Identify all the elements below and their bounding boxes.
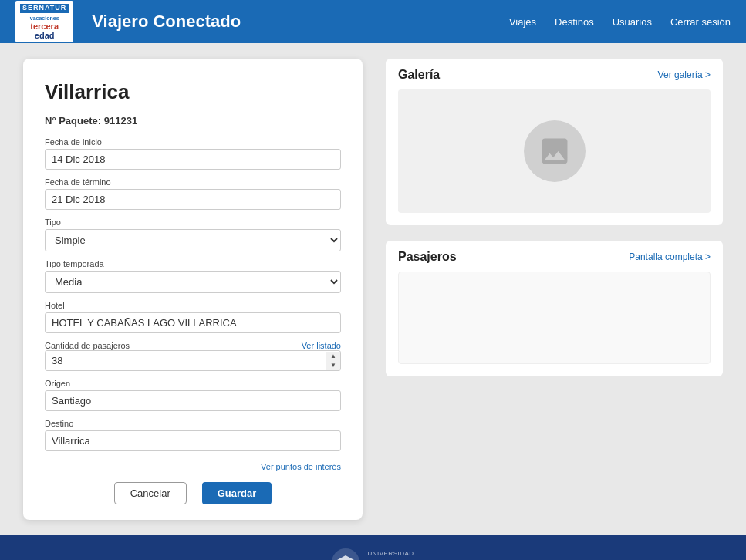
fecha-inicio-group: Fecha de inicio xyxy=(45,137,341,170)
fecha-termino-label: Fecha de término xyxy=(45,177,341,187)
edad-label: edad xyxy=(35,31,55,40)
ver-puntos-link[interactable]: Ver puntos de interés xyxy=(261,462,341,471)
footer-text: UNIVERSIDAD DE SANTIAGO DE CHILE xyxy=(367,549,414,560)
origen-group: Origen xyxy=(45,379,341,411)
gallery-header: Galería Ver galería > xyxy=(386,59,723,89)
cantidad-label: Cantidad de pasajeros xyxy=(45,341,130,350)
page-title: Villarrica xyxy=(45,80,341,104)
cantidad-input[interactable] xyxy=(46,351,326,370)
logo-box: SERNATUR vacaciones tercera edad xyxy=(15,1,73,42)
hotel-input[interactable] xyxy=(45,312,341,333)
gallery-section: Galería Ver galería > xyxy=(386,59,723,225)
fecha-inicio-input[interactable] xyxy=(45,149,341,170)
tipo-temporada-group: Tipo temporada Baja Media Alta xyxy=(45,259,341,293)
origen-input[interactable] xyxy=(45,390,341,411)
logo: SERNATUR vacaciones tercera edad xyxy=(15,1,73,42)
hotel-label: Hotel xyxy=(45,301,341,310)
gallery-area xyxy=(398,89,711,213)
nav-links: Viajes Destinos Usuarios Cerrar sesión xyxy=(509,16,731,28)
package-number: N° Paquete: 911231 xyxy=(45,115,341,127)
footer: UNIVERSIDAD DE SANTIAGO DE CHILE xyxy=(0,535,746,560)
right-panel: Galería Ver galería > Pasajeros Pantalla… xyxy=(386,59,723,520)
fecha-termino-input[interactable] xyxy=(45,189,341,210)
tipo-temporada-select[interactable]: Baja Media Alta xyxy=(45,271,341,293)
form-actions: Cancelar Guardar xyxy=(45,482,341,504)
sernatur-label: SERNATUR xyxy=(19,3,69,14)
pantalla-completa-link[interactable]: Pantalla completa > xyxy=(629,251,711,262)
navbar: SERNATUR vacaciones tercera edad Viajero… xyxy=(0,0,746,43)
cancel-button[interactable]: Cancelar xyxy=(114,482,187,504)
nav-usuarios[interactable]: Usuarios xyxy=(613,16,652,28)
cantidad-input-wrap: ▲ ▼ xyxy=(45,350,341,371)
fecha-termino-group: Fecha de término xyxy=(45,177,341,210)
passengers-area xyxy=(398,272,711,364)
tercera-label: tercera xyxy=(30,22,59,31)
vacaciones-label: vacaciones xyxy=(30,15,59,22)
gallery-icon xyxy=(524,120,586,182)
origen-label: Origen xyxy=(45,379,341,388)
ver-galeria-link[interactable]: Ver galería > xyxy=(658,69,711,80)
footer-logo xyxy=(332,548,359,560)
tipo-label: Tipo xyxy=(45,218,341,227)
cantidad-group: Cantidad de pasajeros Ver listado ▲ ▼ xyxy=(45,341,341,371)
tipo-temporada-label: Tipo temporada xyxy=(45,259,341,268)
nav-cerrar-sesion[interactable]: Cerrar sesión xyxy=(670,16,731,28)
passengers-title: Pasajeros xyxy=(398,250,457,264)
fecha-inicio-label: Fecha de inicio xyxy=(45,137,341,147)
destino-input[interactable] xyxy=(45,430,341,451)
hotel-group: Hotel xyxy=(45,301,341,333)
passengers-header: Pasajeros Pantalla completa > xyxy=(386,241,723,272)
ver-listado-link[interactable]: Ver listado xyxy=(302,341,341,350)
app-title: Viajero Conectado xyxy=(92,12,509,32)
qty-up-button[interactable]: ▲ xyxy=(326,352,340,361)
image-icon xyxy=(538,134,572,168)
qty-down-button[interactable]: ▼ xyxy=(326,361,340,370)
passengers-section: Pasajeros Pantalla completa > xyxy=(386,241,723,376)
tipo-group: Tipo Simple Doble Triple xyxy=(45,218,341,251)
tipo-select[interactable]: Simple Doble Triple xyxy=(45,229,341,251)
destino-group: Destino xyxy=(45,419,341,451)
nav-destinos[interactable]: Destinos xyxy=(555,16,594,28)
destino-label: Destino xyxy=(45,419,341,428)
form-card: Villarrica N° Paquete: 911231 Fecha de i… xyxy=(23,59,363,520)
bottom-links: Ver puntos de interés xyxy=(45,459,341,473)
quantity-spinners: ▲ ▼ xyxy=(326,352,340,370)
university-icon xyxy=(336,553,355,560)
save-button[interactable]: Guardar xyxy=(202,482,272,504)
main-content: Villarrica N° Paquete: 911231 Fecha de i… xyxy=(0,43,746,535)
gallery-title: Galería xyxy=(398,68,440,82)
nav-viajes[interactable]: Viajes xyxy=(509,16,536,28)
